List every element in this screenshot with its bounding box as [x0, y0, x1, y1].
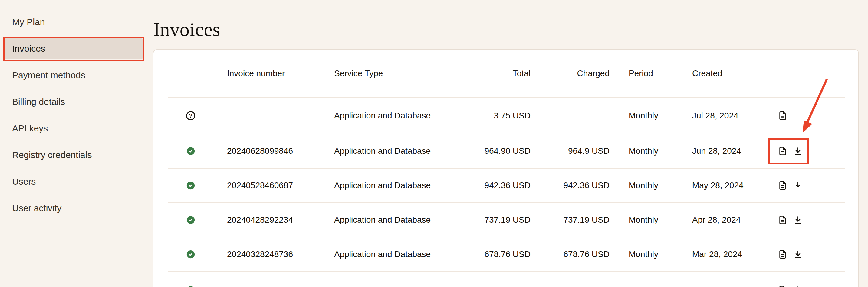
table-row: ? 20240228910408 Application and Databas…	[168, 272, 845, 287]
invoice-total: 394.04 USD	[470, 285, 531, 287]
actions-cell	[773, 285, 845, 287]
service-type: Application and Database	[334, 146, 470, 156]
service-type: Application and Database	[334, 181, 470, 190]
invoice-created: May 28, 2024	[692, 181, 773, 190]
view-invoice-file-icon[interactable]	[777, 215, 788, 225]
invoice-charged: 942.36 USD	[531, 181, 610, 190]
download-invoice-icon[interactable]	[793, 285, 803, 287]
invoice-period: Monthly	[610, 146, 692, 156]
view-invoice-file-icon[interactable]	[777, 285, 788, 287]
status-cell: ?	[168, 146, 227, 155]
invoice-charged: 678.76 USD	[531, 250, 610, 259]
created-column-header: Created	[692, 69, 773, 78]
sidebar-item-user-activity[interactable]: User activity	[0, 198, 153, 219]
service-type-column-header: Service Type	[334, 69, 470, 78]
sidebar-item-invoices[interactable]: Invoices	[4, 38, 143, 59]
invoice-number-column-header: Invoice number	[227, 69, 334, 78]
invoice-created: Apr 28, 2024	[692, 215, 773, 225]
invoice-charged: 394.04 USD	[531, 285, 610, 287]
download-invoice-icon[interactable]	[793, 249, 803, 259]
status-cell: ?	[168, 215, 227, 224]
table-row: ? 20240328248736 Application and Databas…	[168, 238, 845, 272]
status-cell: ?	[168, 286, 227, 287]
table-header-row: Invoice number Service Type Total Charge…	[168, 50, 845, 98]
sidebar-item-my-plan[interactable]: My Plan	[0, 11, 153, 33]
invoice-created: Jul 28, 2024	[692, 111, 773, 120]
billing-sidebar: My PlanInvoicesPayment methodsBilling de…	[0, 0, 153, 287]
service-type: Application and Database	[334, 285, 470, 287]
invoice-number: 20240328248736	[227, 250, 334, 259]
status-cell: ?	[168, 181, 227, 190]
status-paid-icon	[186, 146, 195, 155]
invoice-number: 20240428292234	[227, 215, 334, 225]
table-row: ? Application and Database 3.75 USD Mont…	[168, 98, 845, 134]
period-column-header: Period	[610, 69, 692, 78]
total-column-header: Total	[470, 69, 531, 78]
invoice-created: Mar 28, 2024	[692, 250, 773, 259]
sidebar-item-users[interactable]: Users	[0, 171, 153, 192]
table-row: ? 20240628099846 Application and Databas…	[168, 134, 845, 169]
view-invoice-file-icon[interactable]	[777, 111, 788, 121]
invoice-total: 942.36 USD	[470, 181, 531, 190]
invoices-table-card: Invoice number Service Type Total Charge…	[153, 49, 859, 287]
charged-column-header: Charged	[531, 69, 610, 78]
invoice-total: 3.75 USD	[470, 111, 531, 120]
status-cell: ?	[168, 111, 227, 120]
invoice-period: Monthly	[610, 111, 692, 120]
status-unknown-icon[interactable]: ?	[186, 111, 195, 120]
status-paid-icon	[186, 286, 195, 287]
invoice-charged: 964.9 USD	[531, 146, 610, 156]
invoice-number: 20240628099846	[227, 146, 334, 156]
invoice-period: Monthly	[610, 215, 692, 225]
table-row: ? 20240528460687 Application and Databas…	[168, 169, 845, 203]
view-invoice-file-icon[interactable]	[777, 180, 788, 191]
invoice-number: 20240228910408	[227, 285, 334, 287]
sidebar-item-api-keys[interactable]: API keys	[0, 118, 153, 139]
invoice-total: 964.90 USD	[470, 146, 531, 156]
page-title: Invoices	[153, 19, 220, 41]
invoice-charged: 737.19 USD	[531, 215, 610, 225]
status-paid-icon	[186, 215, 195, 224]
invoice-period: Monthly	[610, 181, 692, 190]
invoice-created: Feb 28, 2024	[692, 285, 773, 287]
view-invoice-file-icon[interactable]	[777, 249, 788, 259]
download-invoice-icon[interactable]	[793, 215, 803, 225]
table-row: ? 20240428292234 Application and Databas…	[168, 203, 845, 238]
status-cell: ?	[168, 250, 227, 259]
actions-cell	[773, 249, 845, 259]
invoices-table: Invoice number Service Type Total Charge…	[168, 50, 845, 287]
status-paid-icon	[186, 181, 195, 190]
invoice-created: Jun 28, 2024	[692, 146, 773, 156]
service-type: Application and Database	[334, 111, 470, 120]
sidebar-item-billing-details[interactable]: Billing details	[0, 91, 153, 112]
invoice-total: 737.19 USD	[470, 215, 531, 225]
invoice-number: 20240528460687	[227, 181, 334, 190]
invoice-total: 678.76 USD	[470, 250, 531, 259]
actions-cell	[773, 111, 845, 121]
invoices-page: Invoices Invoice number Service Type Tot…	[153, 0, 868, 287]
sidebar-item-registry-credentials[interactable]: Registry credentials	[0, 144, 153, 166]
invoice-period: Monthly	[610, 285, 692, 287]
actions-cell	[773, 146, 845, 156]
status-paid-icon	[186, 250, 195, 259]
sidebar-item-payment-methods[interactable]: Payment methods	[0, 65, 153, 86]
view-invoice-file-icon[interactable]	[777, 146, 788, 156]
actions-cell	[773, 180, 845, 191]
invoice-period: Monthly	[610, 250, 692, 259]
service-type: Application and Database	[334, 250, 470, 259]
download-invoice-icon[interactable]	[793, 180, 803, 191]
service-type: Application and Database	[334, 215, 470, 225]
download-invoice-icon[interactable]	[793, 146, 803, 156]
actions-cell	[773, 215, 845, 225]
